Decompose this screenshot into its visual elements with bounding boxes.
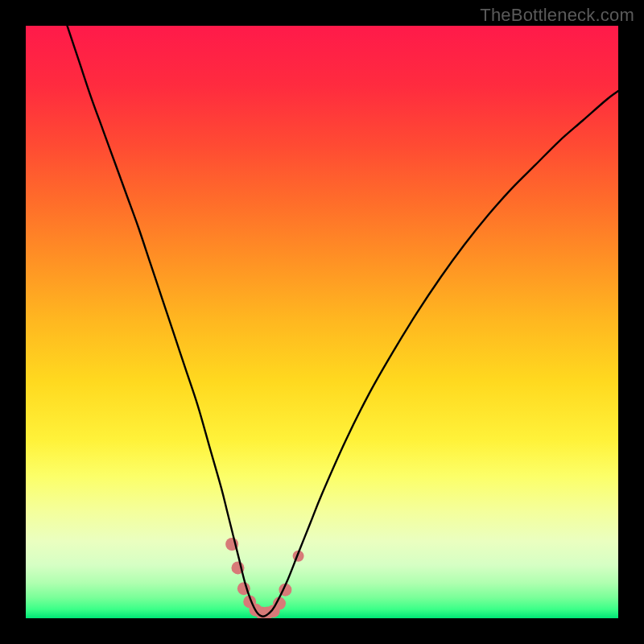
chart-container: TheBottleneck.com: [0, 0, 644, 644]
svg-rect-0: [26, 26, 618, 618]
plot-area: [26, 26, 618, 618]
gradient-background: [26, 26, 618, 618]
watermark-text: TheBottleneck.com: [480, 5, 634, 26]
